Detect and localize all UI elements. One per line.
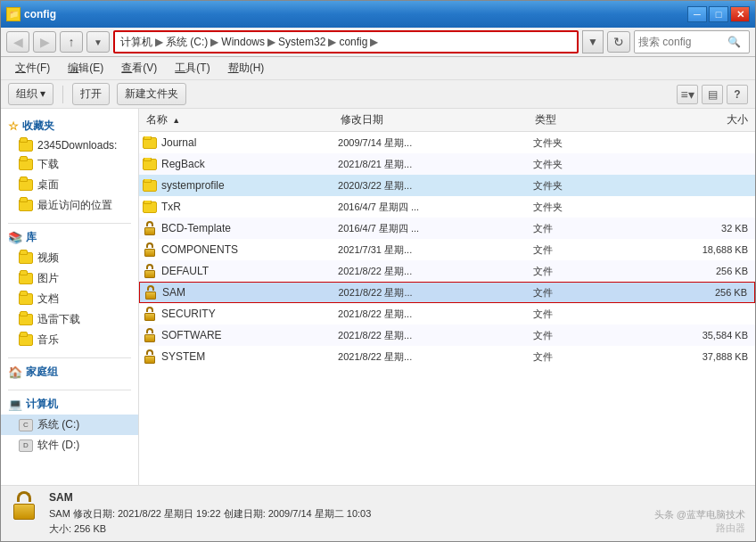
menu-tools[interactable]: 工具(T) [168, 59, 217, 78]
refresh-button[interactable]: ↻ [607, 31, 630, 53]
lock-icon-bcd [143, 221, 157, 235]
sidebar-item-desktop[interactable]: 桌面 [1, 175, 138, 195]
file-label-regback: RegBack [161, 158, 205, 170]
window-icon: 📁 [6, 7, 21, 21]
sidebar-item-music[interactable]: 音乐 [1, 330, 138, 350]
new-folder-button[interactable]: 新建文件夹 [117, 83, 186, 105]
file-row-software[interactable]: SOFTWARE 2021/8/22 星期... 文件 35,584 KB [139, 324, 755, 346]
sidebar-label-downloads2345: 2345Downloads: [37, 139, 117, 152]
menu-file[interactable]: 文件(F) [8, 59, 57, 78]
help-button[interactable]: ? [727, 85, 748, 104]
sidebar-label-documents: 文档 [37, 292, 59, 307]
sidebar-library-section: 📚 库 视频 图片 文档 迅雷下载 [1, 227, 138, 350]
file-size-software: 35,584 KB [650, 330, 752, 341]
folder-icon [19, 179, 33, 191]
lock-icon-components [143, 242, 157, 257]
sidebar-item-c-drive[interactable]: C 系统 (C:) [1, 415, 138, 435]
file-list-header: 名称 ▲ 修改日期 类型 大小 [139, 109, 755, 132]
organize-button[interactable]: 组织 ▾ [8, 83, 53, 105]
sidebar-computer-label: 计算机 [26, 397, 58, 412]
path-system32[interactable]: System32 [278, 36, 325, 48]
forward-button[interactable]: ▶ [33, 31, 56, 53]
homegroup-icon: 🏠 [8, 365, 22, 379]
file-row-journal[interactable]: Journal 2009/7/14 星期... 文件夹 [139, 132, 755, 153]
back-button[interactable]: ◀ [6, 31, 29, 53]
sidebar-item-pictures[interactable]: 图片 [1, 268, 138, 289]
col-header-size[interactable]: 大小 [651, 112, 752, 127]
up-button[interactable]: ↑ [60, 31, 83, 53]
file-row-bcd[interactable]: BCD-Template 2016/4/7 星期四 ... 文件 32 KB [139, 218, 755, 239]
file-row-sam[interactable]: SAM 2021/8/22 星期... 文件 256 KB [139, 282, 755, 303]
views-button[interactable]: ≡▾ [677, 85, 698, 104]
file-row-regback[interactable]: RegBack 2021/8/21 星期... 文件夹 [139, 153, 755, 175]
preview-button[interactable]: ▤ [702, 85, 723, 104]
file-row-system[interactable]: SYSTEM 2021/8/22 星期... 文件 37,888 KB [139, 346, 755, 367]
new-folder-label: 新建文件夹 [125, 86, 178, 102]
path-windows[interactable]: Windows [221, 36, 265, 48]
recent-button[interactable]: ▼ [86, 31, 110, 53]
search-input[interactable] [638, 36, 727, 48]
file-name-software: SOFTWARE [143, 328, 338, 342]
sidebar-homegroup-section: 🏠 家庭组 [1, 362, 138, 382]
path-computer[interactable]: 计算机 [120, 35, 152, 50]
address-dropdown[interactable]: ▼ [582, 30, 604, 53]
search-area[interactable]: 🔍 [634, 30, 750, 53]
sidebar-divider-2 [8, 357, 131, 358]
sidebar-computer-header[interactable]: 💻 计算机 [1, 394, 138, 415]
file-row-systemprofile[interactable]: systemprofile 2020/3/22 星期... 文件夹 [139, 175, 755, 196]
main-content: ☆ 收藏夹 2345Downloads: 下载 桌面 最近访问的位置 [1, 109, 755, 485]
sidebar-library-header[interactable]: 📚 库 [1, 227, 138, 248]
sidebar-label-pictures: 图片 [37, 271, 59, 286]
file-row-default[interactable]: DEFAULT 2021/8/22 星期... 文件 256 KB [139, 260, 755, 282]
folder-icon [19, 200, 33, 211]
file-label-journal: Journal [161, 136, 196, 149]
file-list: Journal 2009/7/14 星期... 文件夹 RegBack 2021… [139, 132, 755, 485]
maximize-button[interactable]: □ [709, 6, 728, 22]
search-icon[interactable]: 🔍 [727, 36, 741, 48]
file-row-components[interactable]: COMPONENTS 2021/7/31 星期... 文件 18,688 KB [139, 239, 755, 260]
sidebar-item-downloads2345[interactable]: 2345Downloads: [1, 136, 138, 154]
file-name-bcd: BCD-Template [143, 221, 338, 235]
sidebar-favorites-header[interactable]: ☆ 收藏夹 [1, 116, 138, 136]
path-config[interactable]: config [339, 36, 367, 48]
file-row-txr[interactable]: TxR 2016/4/7 星期四 ... 文件夹 [139, 196, 755, 218]
address-bar[interactable]: 计算机 ▶ 系统 (C:) ▶ Windows ▶ System32 ▶ con… [113, 30, 579, 53]
col-header-name[interactable]: 名称 ▲ [143, 112, 337, 127]
sidebar-item-d-drive[interactable]: D 软件 (D:) [1, 435, 138, 456]
sidebar-label-thunder: 迅雷下载 [37, 312, 80, 327]
lock-icon-security [143, 307, 157, 321]
file-row-security[interactable]: SECURITY 2021/8/22 星期... 文件 [139, 303, 755, 324]
sidebar-item-documents[interactable]: 文档 [1, 289, 138, 309]
open-button[interactable]: 打开 [72, 83, 110, 105]
file-date-security: 2021/8/22 星期... [338, 308, 533, 321]
menu-view[interactable]: 查看(V) [114, 59, 164, 78]
menu-edit[interactable]: 编辑(E) [61, 59, 111, 78]
minimize-button[interactable]: ─ [687, 6, 707, 22]
sidebar-label-music: 音乐 [37, 333, 59, 348]
sidebar-homegroup-label: 家庭组 [26, 365, 58, 380]
folder-icon [19, 252, 33, 264]
folder-icon-regback [143, 159, 157, 170]
sidebar-item-thunder[interactable]: 迅雷下载 [1, 309, 138, 330]
status-line1: SAM 修改日期: 2021/8/22 星期日 19:22 创建日期: 2009… [49, 506, 746, 522]
sidebar-label-video: 视频 [37, 250, 59, 266]
status-filename: SAM [49, 489, 746, 506]
path-c[interactable]: 系统 (C:) [166, 35, 208, 50]
col-header-type[interactable]: 类型 [531, 112, 651, 127]
status-info: SAM SAM 修改日期: 2021/8/22 星期日 19:22 创建日期: … [49, 489, 746, 538]
col-header-date[interactable]: 修改日期 [337, 112, 531, 127]
sidebar-favorites-label: 收藏夹 [22, 119, 54, 134]
sidebar-homegroup-header[interactable]: 🏠 家庭组 [1, 362, 138, 382]
file-name-systemprofile: systemprofile [143, 179, 338, 192]
sidebar-item-recent[interactable]: 最近访问的位置 [1, 195, 138, 216]
watermark: 头条 @蓝苹电脑技术 路由器 [654, 508, 745, 535]
file-name-components: COMPONENTS [143, 242, 338, 257]
file-name-security: SECURITY [143, 307, 338, 321]
file-list-area: 名称 ▲ 修改日期 类型 大小 Journal [139, 109, 755, 485]
organize-label: 组织 ▾ [16, 86, 45, 102]
folder-icon [19, 273, 33, 284]
close-button[interactable]: ✕ [730, 6, 750, 22]
sidebar-item-video[interactable]: 视频 [1, 248, 138, 268]
menu-help[interactable]: 帮助(H) [221, 59, 272, 78]
sidebar-item-download[interactable]: 下载 [1, 154, 138, 175]
